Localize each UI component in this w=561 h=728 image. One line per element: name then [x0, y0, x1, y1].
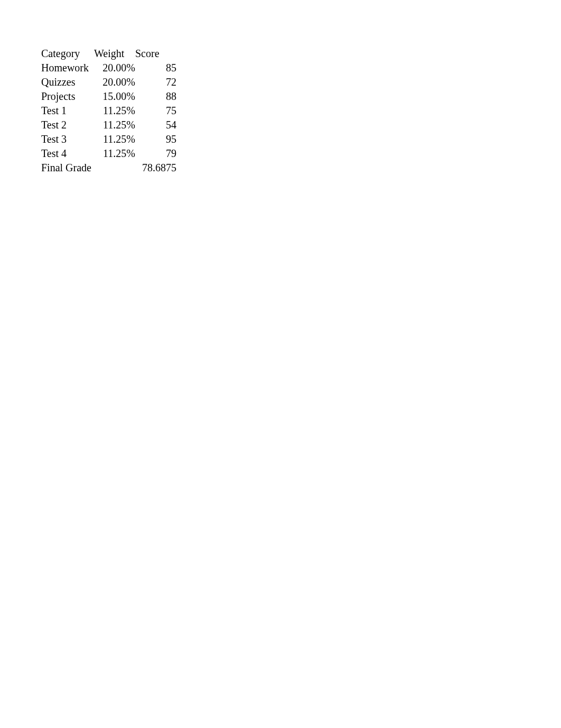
header-weight: Weight: [94, 47, 135, 61]
cell-score: 85: [135, 61, 176, 75]
final-row: Final Grade 78.6875: [41, 161, 176, 175]
cell-weight: 11.25%: [94, 104, 135, 118]
table-row: Test 1 11.25% 75: [41, 104, 176, 118]
cell-score: 54: [135, 118, 176, 132]
table-row: Test 3 11.25% 95: [41, 132, 176, 146]
cell-score: 79: [135, 146, 176, 161]
cell-weight: 11.25%: [94, 118, 135, 132]
table-row: Test 2 11.25% 54: [41, 118, 176, 132]
cell-weight: 11.25%: [94, 146, 135, 161]
final-label: Final Grade: [41, 161, 94, 175]
grade-table: Category Weight Score Homework 20.00% 85…: [41, 47, 176, 175]
cell-weight: 15.00%: [94, 89, 135, 104]
header-category: Category: [41, 47, 94, 61]
header-row: Category Weight Score: [41, 47, 176, 61]
table-row: Quizzes 20.00% 72: [41, 75, 176, 89]
cell-score: 95: [135, 132, 176, 146]
final-weight: [94, 161, 135, 175]
cell-category: Quizzes: [41, 75, 94, 89]
cell-category: Test 2: [41, 118, 94, 132]
cell-weight: 11.25%: [94, 132, 135, 146]
cell-category: Test 4: [41, 146, 94, 161]
cell-weight: 20.00%: [94, 75, 135, 89]
cell-category: Test 3: [41, 132, 94, 146]
cell-category: Test 1: [41, 104, 94, 118]
table-row: Homework 20.00% 85: [41, 61, 176, 75]
final-score: 78.6875: [135, 161, 176, 175]
cell-score: 88: [135, 89, 176, 104]
table-row: Test 4 11.25% 79: [41, 146, 176, 161]
cell-category: Homework: [41, 61, 94, 75]
table-row: Projects 15.00% 88: [41, 89, 176, 104]
cell-score: 75: [135, 104, 176, 118]
cell-weight: 20.00%: [94, 61, 135, 75]
cell-score: 72: [135, 75, 176, 89]
cell-category: Projects: [41, 89, 94, 104]
header-score: Score: [135, 47, 176, 61]
